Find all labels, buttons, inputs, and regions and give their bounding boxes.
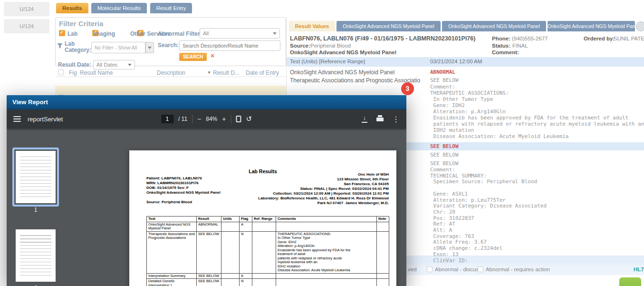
abnormal-action-label: Abnormal - requires action: [486, 266, 550, 272]
clear-search-icon[interactable]: ×: [211, 52, 214, 59]
application-window: U/124 U/124 Results Molecular Results Re…: [0, 0, 644, 286]
modal-title: View Report: [12, 99, 48, 106]
result-date-select[interactable]: All Dates: [93, 60, 135, 69]
chevron-down-icon: [148, 47, 152, 49]
tab-scroll-button[interactable]: [636, 21, 644, 31]
page-thumbnail-selected[interactable]: [12, 148, 59, 207]
lab-category-dropdown-button[interactable]: [145, 42, 154, 53]
select-all-checkbox[interactable]: [58, 69, 64, 75]
tab-result-values[interactable]: Result Values: [289, 21, 335, 31]
column-header-result-name[interactable]: Result Name: [80, 69, 113, 76]
ordered-by-value: SUNIL PATEL: [614, 36, 644, 41]
more-options-icon[interactable]: ⋮: [392, 115, 400, 124]
tab-onkosight-panel-2[interactable]: OnkoSight Advanced NGS Myeloid Panel: [442, 21, 546, 31]
report-table-row: OnkoSight Advanced NGS Myeloid Panel ABN…: [147, 222, 389, 231]
report-table-header: Test Result Units Flag Ref. Range Commen…: [147, 217, 389, 222]
result-value-abnormal: ABNORMAL: [430, 69, 455, 75]
report-col-units: Units: [221, 217, 240, 222]
column-header-description[interactable]: Description: [157, 69, 185, 76]
hl7-link[interactable]: HL7: [634, 266, 644, 272]
source-label: Source:: [290, 43, 310, 49]
page-thumbnail[interactable]: [16, 229, 56, 282]
report-col-result: Result: [197, 217, 221, 222]
tab-results[interactable]: Results: [56, 3, 88, 13]
search-button[interactable]: SEARCH: [179, 53, 207, 61]
abnormal-action-checkbox[interactable]: [478, 266, 483, 272]
result-comment: Comment: TECHNICAL SUMMARY: Specimen Sou…: [430, 167, 547, 264]
status-value: FINAL: [512, 43, 528, 49]
search-label: Search:: [158, 42, 179, 49]
report-col-test: Test: [147, 217, 197, 222]
zoom-level: 84%: [206, 116, 217, 122]
thumbnail-page-number: 1: [12, 207, 59, 213]
zoom-out-icon[interactable]: −: [197, 115, 201, 123]
test-name: OnkoSight Advanced NGS Myeloid Panel: [290, 69, 394, 76]
abnormal-filter-value: All: [203, 30, 209, 36]
sidebar-item[interactable]: U/124: [4, 19, 49, 33]
lab-category-label: Lab Category:: [65, 41, 90, 53]
primary-action-button[interactable]: [619, 277, 641, 286]
pdf-toolbar: reportServlet / 11 − 84% + ↺ ↓ ⋮: [7, 109, 406, 128]
tab-onkosight-panel-3[interactable]: OnkoSight Advanced NGS Myeloid Panel: [548, 21, 635, 31]
grid-header-test: Test (Units) [Reference Range]: [290, 59, 365, 64]
thumbnail-page-image: [16, 151, 56, 203]
result-date-label: Result Date:: [58, 61, 91, 68]
result-date-value: All Dates: [96, 62, 117, 68]
download-icon[interactable]: ↓: [361, 115, 368, 123]
lab-category-select[interactable]: No Filter - Show All: [91, 42, 145, 53]
page-number-input[interactable]: [161, 115, 173, 123]
sidebar-item-label: U/124: [19, 6, 33, 12]
fit-to-page-icon[interactable]: [236, 116, 241, 122]
result-value: SEE BELOW: [430, 77, 459, 83]
menu-icon[interactable]: [13, 115, 21, 123]
rotate-icon[interactable]: ↺: [246, 115, 252, 123]
reviewed-checkbox-label[interactable]: ved: [408, 266, 417, 272]
table-row-highlight: [55, 86, 286, 95]
report-table-row: Detailed Genetic Interpretation 1 SEE BE…: [147, 279, 389, 286]
tab-result-entry[interactable]: Result Entry: [150, 3, 192, 13]
pdf-page-zoom-controls: / 11 − 84% + ↺: [161, 115, 252, 123]
print-icon[interactable]: [376, 116, 384, 122]
sort-descending-icon[interactable]: ▼: [207, 70, 211, 75]
sidebar-item[interactable]: U/124: [4, 2, 49, 16]
result-comment: Comment: THERAPEUTIC ASSOCIATIONS: In Ot…: [430, 84, 644, 139]
ordered-by-label: Ordered by:: [584, 36, 615, 41]
grid-header-date[interactable]: 03/21/2024 12:00 AM: [430, 59, 482, 64]
report-col-note: Note: [377, 217, 389, 222]
table-header-divider: [55, 77, 286, 77]
report-facility-block: Onc Hem of MSH 123 Mission Street, 6th F…: [258, 172, 389, 206]
lab-category-value: No Filter - Show All: [95, 45, 137, 50]
zoom-in-icon[interactable]: +: [222, 115, 226, 123]
report-col-flag: Flag: [240, 217, 252, 222]
tab-onkosight-panel-1[interactable]: OnkoSight Advanced NGS Myeloid Panel: [336, 21, 441, 31]
filter-funnel-icon: [57, 43, 63, 49]
abnormal-discuss-checkbox[interactable]: [427, 266, 433, 272]
column-header-result-date[interactable]: Result D...: [213, 69, 240, 76]
comment-label: Comment:: [492, 49, 519, 55]
report-results-table: Test Result Units Flag Ref. Range Commen…: [146, 216, 389, 286]
result-value-abnormal: SEE BELOW: [430, 143, 459, 149]
tab-molecular-results[interactable]: Molecular Results: [91, 3, 147, 13]
main-tab-bar: Results Molecular Results Result Entry: [56, 3, 192, 13]
source-value: Peripheral Blood: [310, 43, 351, 49]
search-input[interactable]: [179, 40, 280, 51]
chevron-down-icon: [128, 64, 132, 66]
column-header-fig[interactable]: Fig: [69, 69, 77, 76]
annotation-badge: 3: [401, 82, 414, 95]
imaging-checkbox-label: Imaging: [93, 30, 115, 37]
abnormal-filter-select[interactable]: All: [200, 28, 280, 39]
report-table-row: Therapeutic Associations and Prognostic …: [147, 231, 389, 273]
abnormal-discuss-label: Abnormal - discuss: [435, 266, 481, 272]
panel-name: OnkoSight Advanced NGS Myeloid Panel: [290, 49, 396, 55]
report-table-row: Interpretation Summary SEE BELOW A: [147, 273, 389, 279]
report-patient-block: Patient: LABFN076, LABLN076 MRN: LABMRN2…: [146, 176, 221, 205]
report-col-comments: Comments: [276, 217, 377, 222]
sidebar-item-label: U/124: [19, 23, 33, 29]
column-header-date-of-entry[interactable]: Date of Entry: [246, 69, 279, 76]
modal-titlebar[interactable]: View Report: [7, 95, 406, 109]
pdf-viewer: reportServlet / 11 − 84% + ↺ ↓ ⋮: [7, 109, 406, 286]
pdf-page: Lab Results Patient: LABFN076, LABLN076 …: [129, 150, 396, 286]
report-col-ref-range: Ref. Range: [252, 217, 276, 222]
lab-checkbox[interactable]: [59, 30, 65, 36]
pdf-action-icons: ↓ ⋮: [361, 115, 400, 124]
